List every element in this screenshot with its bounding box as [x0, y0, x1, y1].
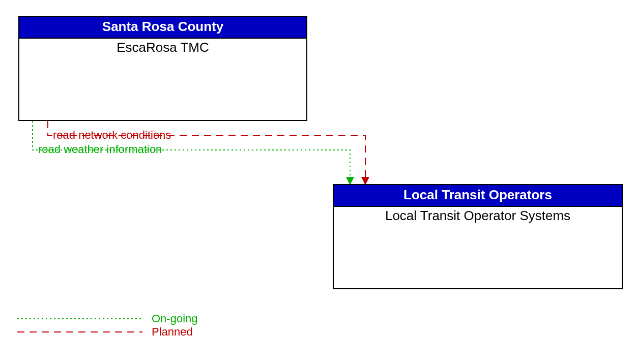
box-escarosa-tmc-header: Santa Rosa County — [19, 17, 306, 39]
box-escarosa-tmc-body: EscaRosa TMC — [19, 39, 306, 55]
flow-road-weather-information-label: road weather information — [38, 143, 162, 156]
box-local-transit-operator-systems: Local Transit Operators Local Transit Op… — [333, 184, 623, 289]
box-local-transit-header: Local Transit Operators — [334, 185, 622, 207]
box-local-transit-body: Local Transit Operator Systems — [334, 207, 622, 224]
legend-ongoing-label: On-going — [152, 312, 198, 325]
flow-road-network-conditions-label: road network conditions — [53, 129, 171, 142]
legend-planned-label: Planned — [152, 325, 193, 339]
box-escarosa-tmc: Santa Rosa County EscaRosa TMC — [18, 16, 307, 121]
diagram-canvas: Santa Rosa County EscaRosa TMC Local Tra… — [0, 0, 637, 364]
